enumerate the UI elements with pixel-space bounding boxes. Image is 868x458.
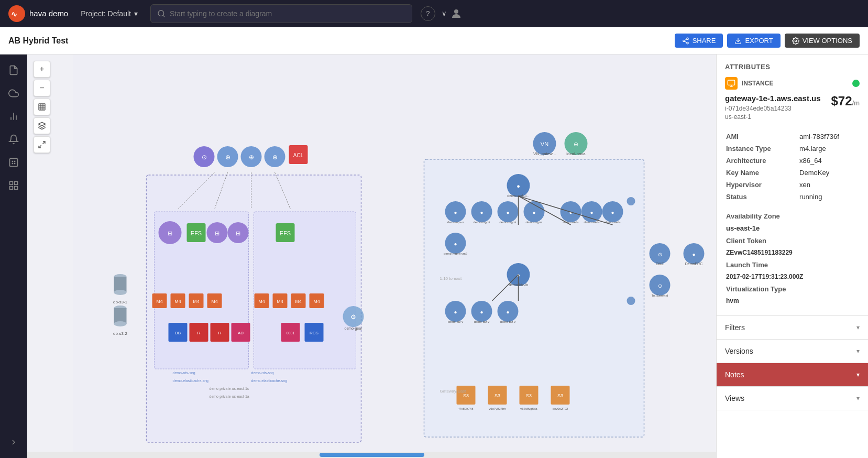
notes-label: Notes	[725, 370, 744, 379]
views-header[interactable]: Views ▾	[717, 387, 868, 410]
svg-text:VN: VN	[541, 141, 548, 147]
svg-text:M4: M4	[174, 299, 181, 304]
svg-text:●: ●	[611, 210, 614, 215]
svg-text:AD: AD	[238, 331, 244, 335]
svg-text:M4: M4	[156, 299, 163, 304]
attr-val-hypervisor: xen	[799, 179, 859, 190]
attr-val-key-name: DemoKey	[799, 167, 859, 178]
svg-text:M4: M4	[211, 299, 218, 304]
svg-point-128	[627, 197, 635, 205]
search-input[interactable]	[170, 9, 405, 18]
svg-text:Gateway/East: Gateway/East	[440, 389, 467, 394]
svg-text:⊕: ⊕	[272, 154, 278, 161]
notes-section: Notes ▾	[717, 363, 868, 387]
svg-text:1:10 to east: 1:10 to east	[440, 276, 463, 281]
svg-text:⚙: ⚙	[350, 313, 356, 321]
notes-header[interactable]: Notes ▾	[717, 363, 868, 386]
canvas-controls: + −	[34, 61, 50, 153]
svg-text:●: ●	[506, 309, 509, 315]
svg-text:ACL: ACL	[293, 152, 304, 158]
zoom-out-button[interactable]: −	[34, 80, 50, 96]
svg-text:DMZ: DMZ	[656, 262, 664, 266]
attr-key-architecture: Architecture	[726, 155, 798, 166]
search-bar	[150, 4, 412, 23]
svg-text:demo-private-us-east-1c: demo-private-us-east-1c	[210, 387, 249, 391]
instance-header: INSTANCE	[725, 77, 860, 90]
svg-rect-20	[39, 104, 45, 110]
svg-text:demo-biz-v: demo-biz-v	[448, 320, 464, 323]
header-buttons: SHARE EXPORT VIEW OPTIONS	[675, 34, 860, 48]
export-button[interactable]: EXPORT	[727, 34, 780, 48]
share-button[interactable]: SHARE	[675, 34, 723, 48]
attr-row-ami: AMI ami-783f736f	[726, 131, 859, 142]
sidebar-item-building[interactable]	[4, 153, 23, 172]
project-chevron: ▾	[134, 9, 138, 18]
svg-text:demo-mgmt: demo-mgmt	[499, 221, 516, 224]
svg-text:db-s3-1: db-s3-1	[113, 300, 128, 304]
svg-line-23	[39, 145, 41, 148]
attr-key-key-name: Key Name	[726, 167, 798, 178]
svg-text:demo-web-: demo-web-	[584, 221, 599, 224]
filters-label: Filters	[725, 323, 745, 332]
fit-button[interactable]	[34, 99, 50, 115]
sidebar-item-grid[interactable]	[4, 176, 23, 195]
attr-val-client-token: ZEvwC1485191183229	[726, 247, 859, 258]
svg-text:●: ●	[517, 183, 520, 189]
horizontal-scrollbar[interactable]	[27, 452, 716, 458]
svg-text:●: ●	[480, 309, 483, 315]
settings-icon	[792, 37, 799, 45]
svg-text:M4: M4	[258, 299, 265, 304]
svg-text:dev0s2F32: dev0s2F32	[553, 407, 568, 410]
svg-text:demo-ops-v: demo-ops-v	[447, 221, 464, 224]
svg-text:R: R	[197, 331, 201, 335]
page-title: AB Hybrid Test	[8, 36, 68, 46]
svg-text:local-hava: local-hava	[566, 151, 586, 156]
sidebar-item-documents[interactable]	[4, 61, 23, 80]
svg-text:S3: S3	[463, 393, 469, 398]
svg-point-82	[114, 321, 127, 326]
svg-rect-173	[728, 80, 734, 85]
help-button[interactable]: ?	[421, 6, 435, 21]
svg-text:⊞: ⊞	[236, 230, 240, 236]
view-options-button[interactable]: VIEW OPTIONS	[785, 34, 860, 48]
sidebar-item-notifications[interactable]	[4, 130, 23, 149]
attr-row-client-token: Client Token	[726, 235, 859, 246]
sidebar-item-charts[interactable]	[4, 107, 23, 126]
attr-val-az-val: us-east-1e	[726, 223, 859, 234]
sidebar-expand-icon[interactable]	[4, 433, 23, 452]
filters-header[interactable]: Filters ▾	[717, 316, 868, 339]
attr-row-virt-type: Virtualization Type	[726, 283, 859, 295]
zoom-in-button[interactable]: +	[34, 61, 50, 78]
instance-region: us-east-1	[725, 113, 821, 121]
layers-button[interactable]	[34, 117, 50, 134]
notes-chevron: ▾	[856, 371, 860, 378]
attr-row-client-token-val: ZEvwC1485191183229	[726, 247, 859, 258]
attr-val-architecture: x86_64	[799, 155, 859, 166]
svg-text:●: ●	[692, 252, 695, 257]
svg-text:demo-gear: demo-gear	[345, 326, 363, 331]
svg-rect-17	[14, 182, 17, 185]
sidebar-item-cloud[interactable]	[4, 84, 23, 103]
logo-area[interactable]: ∿ hava demo	[8, 5, 68, 22]
versions-section: Versions ▾	[717, 340, 868, 363]
svg-line-22	[42, 141, 45, 144]
fullscreen-button[interactable]	[34, 136, 50, 153]
svg-point-78	[114, 290, 127, 295]
diagram-canvas[interactable]: + −	[27, 54, 716, 458]
instance-price: $72/m	[831, 94, 860, 108]
svg-point-4	[454, 9, 458, 14]
svg-text:M4: M4	[277, 299, 283, 304]
versions-header[interactable]: Versions ▾	[717, 340, 868, 363]
user-chevron: ∨	[442, 9, 447, 17]
svg-rect-27	[254, 212, 356, 369]
user-area[interactable]: ∨	[442, 7, 463, 20]
svg-text:⊕: ⊕	[574, 141, 578, 147]
canvas-area: + −	[27, 54, 868, 458]
project-selector[interactable]: Project: Default ▾	[76, 7, 142, 20]
attr-key-virt-type: Virtualization Type	[726, 283, 859, 295]
svg-text:⊞: ⊞	[215, 230, 219, 236]
status-indicator	[852, 80, 860, 87]
svg-line-8	[685, 41, 687, 42]
attr-key-status: Status	[726, 191, 798, 202]
instance-type-label: INSTANCE	[742, 80, 773, 87]
